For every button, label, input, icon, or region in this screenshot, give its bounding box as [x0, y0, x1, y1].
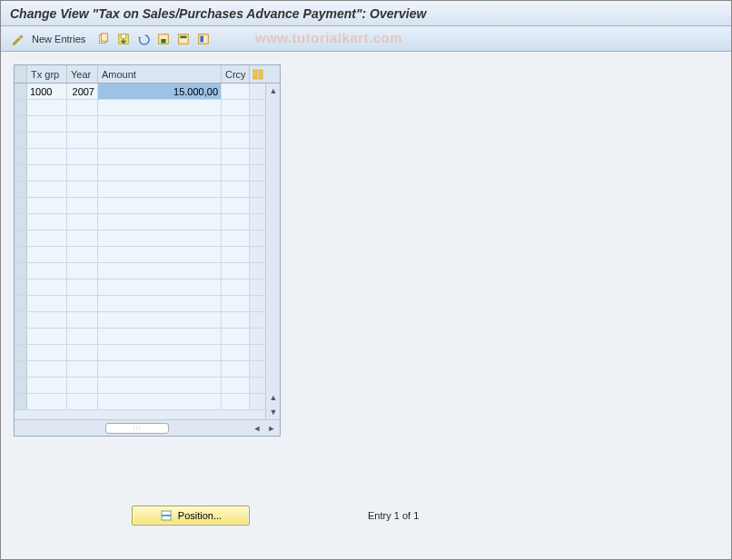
table-row[interactable] [15, 329, 265, 345]
cell-amount[interactable] [98, 296, 222, 311]
horizontal-scrollbar[interactable]: ::: ◄ ► [15, 419, 280, 436]
table-row[interactable] [15, 296, 265, 312]
cell-crcy[interactable] [222, 394, 250, 409]
cell-year[interactable] [67, 133, 98, 148]
table-row[interactable] [15, 133, 265, 149]
cell-amount[interactable] [98, 231, 222, 246]
cell-year[interactable] [67, 312, 98, 328]
cell-year[interactable] [67, 247, 98, 262]
cell-crcy[interactable] [222, 280, 250, 295]
row-selector[interactable] [15, 296, 27, 311]
cell-year[interactable] [67, 345, 98, 360]
col-header-txgrp[interactable]: Tx grp [27, 65, 67, 83]
cell-txgrp[interactable] [27, 329, 67, 344]
cell-txgrp[interactable] [27, 198, 67, 213]
cell-txgrp[interactable] [27, 263, 67, 279]
table-row[interactable] [15, 116, 265, 133]
col-header-year[interactable]: Year [67, 65, 98, 83]
cell-crcy[interactable] [222, 133, 250, 148]
cell-year[interactable] [67, 182, 98, 197]
cell-amount[interactable] [98, 165, 222, 181]
cell-txgrp[interactable] [27, 165, 67, 181]
cell-crcy[interactable] [222, 263, 250, 279]
cell-amount[interactable] [98, 149, 222, 164]
cell-year[interactable] [67, 329, 98, 344]
cell-amount[interactable] [98, 182, 222, 197]
cell-amount[interactable]: 15.000,00 [98, 84, 222, 99]
cell-crcy[interactable] [222, 231, 250, 246]
cell-year[interactable] [67, 165, 98, 181]
cell-crcy[interactable] [222, 182, 250, 197]
cell-crcy[interactable] [222, 214, 250, 230]
table-row[interactable] [15, 198, 265, 214]
table-row[interactable] [15, 165, 265, 182]
table-row[interactable] [15, 149, 265, 165]
cell-amount[interactable] [98, 378, 222, 393]
table-row[interactable] [15, 345, 265, 361]
cell-txgrp[interactable]: 1000 [27, 84, 67, 99]
table-row[interactable] [15, 214, 265, 231]
table-row[interactable] [15, 231, 265, 247]
configure-columns-icon[interactable] [250, 65, 266, 83]
table-row[interactable] [15, 312, 265, 329]
cell-year[interactable] [67, 361, 98, 377]
cell-year[interactable] [67, 394, 98, 409]
cell-crcy[interactable] [222, 361, 250, 377]
table-row[interactable] [15, 100, 265, 116]
cell-crcy[interactable] [222, 296, 250, 311]
position-button[interactable]: Position... [132, 506, 250, 526]
table-row[interactable] [15, 280, 265, 296]
new-entries-button[interactable]: New Entries [28, 32, 93, 46]
scroll-up-icon[interactable]: ▲ [266, 84, 280, 98]
scroll-down-icon-upper[interactable]: ▲ [266, 390, 280, 405]
cell-txgrp[interactable] [27, 182, 67, 197]
scroll-left-icon[interactable]: ◄ [251, 422, 263, 435]
cell-txgrp[interactable] [27, 361, 67, 377]
cell-amount[interactable] [98, 361, 222, 377]
row-selector[interactable] [15, 149, 27, 164]
cell-crcy[interactable] [222, 165, 250, 181]
cell-year[interactable] [67, 280, 98, 295]
row-selector[interactable] [15, 214, 27, 230]
select-block-icon[interactable] [194, 30, 213, 48]
cell-amount[interactable] [98, 116, 222, 132]
cell-txgrp[interactable] [27, 149, 67, 164]
row-selector[interactable] [15, 182, 27, 197]
row-selector[interactable] [15, 329, 27, 344]
cell-amount[interactable] [98, 198, 222, 213]
hscroll-thumb[interactable]: ::: [105, 423, 169, 434]
cell-crcy[interactable] [222, 84, 250, 99]
cell-crcy[interactable] [222, 198, 250, 213]
row-selector[interactable] [15, 263, 27, 279]
row-selector[interactable] [15, 133, 27, 148]
cell-year[interactable] [67, 263, 98, 279]
cell-crcy[interactable] [222, 247, 250, 262]
row-selector[interactable] [15, 312, 27, 328]
undo-icon[interactable] [134, 30, 153, 48]
cell-crcy[interactable] [222, 100, 250, 115]
cell-amount[interactable] [98, 247, 222, 262]
table-row[interactable] [15, 394, 265, 410]
wand-icon[interactable] [8, 30, 26, 48]
table-row[interactable] [15, 182, 265, 198]
cell-txgrp[interactable] [27, 378, 67, 393]
cell-amount[interactable] [98, 280, 222, 295]
table-row[interactable] [15, 263, 265, 280]
table-row[interactable] [15, 378, 265, 394]
cell-year[interactable] [67, 198, 98, 213]
cell-amount[interactable] [98, 214, 222, 230]
cell-txgrp[interactable] [27, 116, 67, 132]
cell-txgrp[interactable] [27, 214, 67, 230]
row-selector[interactable] [15, 280, 27, 295]
row-selector[interactable] [15, 345, 27, 360]
cell-amount[interactable] [98, 312, 222, 328]
cell-txgrp[interactable] [27, 133, 67, 148]
scroll-right-icon[interactable]: ► [265, 422, 278, 435]
cell-crcy[interactable] [222, 116, 250, 132]
cell-amount[interactable] [98, 100, 222, 115]
cell-txgrp[interactable] [27, 231, 67, 246]
col-header-crcy[interactable]: Crcy [222, 65, 250, 83]
row-selector[interactable] [15, 231, 27, 246]
cell-year[interactable] [67, 149, 98, 164]
row-selector[interactable] [15, 247, 27, 262]
